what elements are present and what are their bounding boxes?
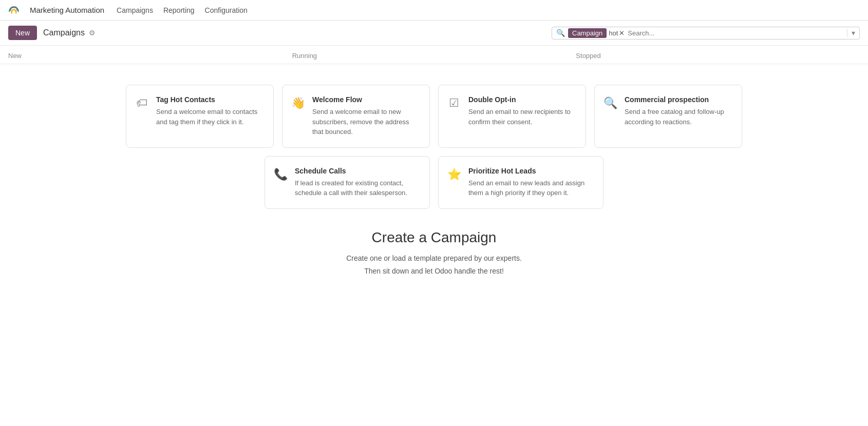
card-welcome-flow[interactable]: 👋 Welcome Flow Send a welcome email to n… (282, 85, 430, 148)
card-schedule-calls-title: Schedule Calls (295, 167, 419, 175)
card-double-opt-in-icon: ☑ (447, 96, 461, 110)
card-prioritize-hot-leads-title: Prioritize Hot Leads (468, 167, 593, 175)
logo (8, 5, 24, 16)
template-cards-row1: 🏷 Tag Hot Contacts Send a welcome email … (126, 85, 742, 148)
card-commercial-prospection[interactable]: 🔍 Commercial prospection Send a free cat… (594, 85, 742, 148)
search-input[interactable] (628, 29, 845, 37)
card-schedule-calls-desc: If lead is created for existing contact,… (295, 178, 419, 198)
search-dropdown-button[interactable]: ▾ (847, 29, 855, 37)
card-tag-hot-contacts-title: Tag Hot Contacts (156, 95, 263, 104)
card-tag-hot-contacts-content: Tag Hot Contacts Send a welcome email to… (156, 95, 263, 127)
card-schedule-calls-icon: 📞 (273, 168, 288, 181)
cta-title: Create a Campaign (346, 229, 522, 246)
nav-campaigns[interactable]: Campaigns (117, 4, 153, 16)
card-commercial-prospection-title: Commercial prospection (625, 95, 731, 104)
card-commercial-prospection-desc: Send a free catalog and follow-up accord… (625, 107, 731, 127)
cta-subtitle: Create one or load a template prepared b… (346, 252, 522, 278)
top-nav: Marketing Automation Campaigns Reporting… (0, 0, 868, 21)
cta-line2: Then sit down and let Odoo handle the re… (364, 267, 504, 275)
card-commercial-prospection-icon: 🔍 (603, 96, 617, 110)
app-name: Marketing Automation (30, 6, 104, 14)
nav-reporting[interactable]: Reporting (163, 4, 195, 16)
main-content: 🏷 Tag Hot Contacts Send a welcome email … (0, 64, 868, 372)
odoo-logo-icon (8, 5, 20, 16)
kanban-header: New Running Stopped (0, 46, 868, 64)
kanban-col-stopped: Stopped (576, 52, 860, 60)
page-title-text: Campaigns (43, 28, 85, 37)
cta-section: Create a Campaign Create one or load a t… (346, 229, 522, 278)
toolbar: New Campaigns ⚙ 🔍 Campaign hot ✕ ▾ (0, 21, 868, 46)
kanban-col-running: Running (292, 52, 576, 60)
cta-line1: Create one or load a template prepared b… (346, 254, 522, 262)
card-tag-hot-contacts-icon: 🏷 (135, 96, 149, 110)
search-tag-campaign: Campaign (568, 28, 607, 38)
card-prioritize-hot-leads-icon: ⭐ (447, 168, 461, 181)
card-prioritize-hot-leads-desc: Send an email to new leads and assign th… (468, 178, 593, 198)
search-remove-button[interactable]: ✕ (619, 29, 625, 37)
card-tag-hot-contacts-desc: Send a welcome email to contacts and tag… (156, 107, 263, 127)
kanban-col-new: New (8, 52, 292, 60)
search-bar: 🔍 Campaign hot ✕ ▾ (552, 27, 860, 40)
search-icon: 🔍 (556, 29, 565, 37)
card-prioritize-hot-leads[interactable]: ⭐ Prioritize Hot Leads Send an email to … (438, 156, 603, 209)
card-tag-hot-contacts[interactable]: 🏷 Tag Hot Contacts Send a welcome email … (126, 85, 274, 148)
card-double-opt-in-content: Double Opt-in Send an email to new recip… (468, 95, 575, 127)
nav-configuration[interactable]: Configuration (205, 4, 248, 16)
card-welcome-flow-title: Welcome Flow (312, 95, 419, 104)
card-welcome-flow-content: Welcome Flow Send a welcome email to new… (312, 95, 419, 137)
card-commercial-prospection-content: Commercial prospection Send a free catal… (625, 95, 731, 127)
card-schedule-calls-content: Schedule Calls If lead is created for ex… (295, 167, 419, 198)
nav-links: Campaigns Reporting Configuration (117, 4, 860, 16)
card-schedule-calls[interactable]: 📞 Schedule Calls If lead is created for … (265, 156, 430, 209)
template-cards-row2: 📞 Schedule Calls If lead is created for … (265, 156, 603, 209)
page-title: Campaigns ⚙ (43, 28, 96, 37)
new-button[interactable]: New (8, 26, 37, 40)
card-welcome-flow-desc: Send a welcome email to new subscribers,… (312, 107, 419, 137)
gear-icon[interactable]: ⚙ (89, 29, 96, 37)
card-prioritize-hot-leads-content: Prioritize Hot Leads Send an email to ne… (468, 167, 593, 198)
card-double-opt-in-desc: Send an email to new recipients to confi… (468, 107, 575, 127)
card-double-opt-in[interactable]: ☑ Double Opt-in Send an email to new rec… (438, 85, 586, 148)
card-double-opt-in-title: Double Opt-in (468, 95, 575, 104)
card-welcome-flow-icon: 👋 (291, 96, 305, 110)
search-tag-value: hot (609, 29, 618, 37)
